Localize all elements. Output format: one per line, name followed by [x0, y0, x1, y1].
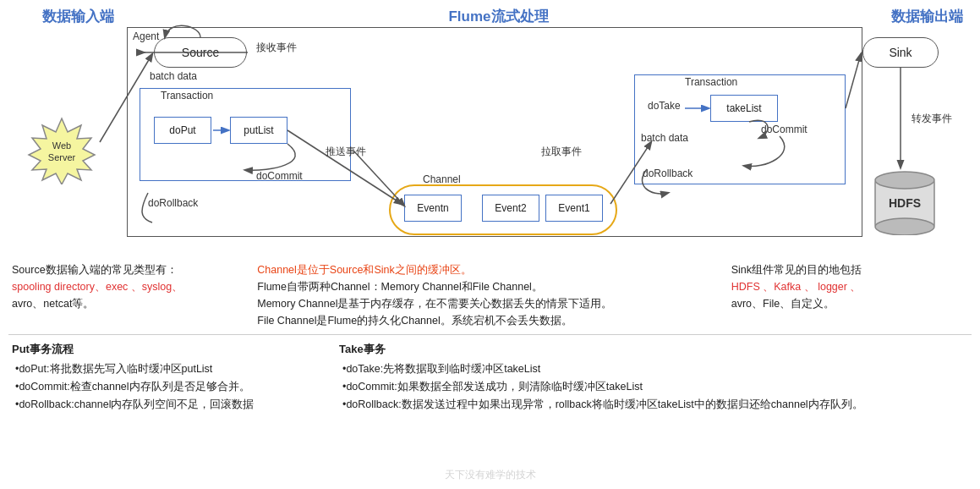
title-right: 数据输出端 — [891, 7, 963, 26]
dorollback-left: doRollback — [148, 197, 198, 209]
svg-point-4 — [875, 172, 934, 189]
hdfs-cylinder: HDFS — [871, 168, 939, 235]
event1-box: Event1 — [545, 195, 603, 222]
title-left: 数据输入端 — [42, 7, 114, 26]
doput-box: doPut — [154, 117, 211, 144]
col3-intro: Sink组件常见的目的地包括 — [731, 264, 862, 276]
title-center: Flume流式处理 — [448, 7, 548, 26]
agent-label: Agent — [133, 30, 159, 42]
col2-title: Channel是位于Source和Sink之间的缓冲区。 — [257, 264, 472, 276]
bottom-col-1: Source数据输入端的常见类型有： spooling directory、ex… — [12, 261, 249, 329]
col3-items: avro、File、自定义。 — [731, 298, 835, 310]
takelist-box: takeList — [710, 95, 778, 122]
svg-text:Web: Web — [52, 140, 71, 151]
svg-point-5 — [875, 218, 934, 235]
eventn-box: Eventn — [404, 195, 462, 222]
diagram-container: 数据输入端 Flume流式处理 数据输出端 Agent Source Trans… — [8, 7, 980, 256]
source-box: Source — [154, 37, 247, 68]
event2-box: Event2 — [482, 195, 539, 222]
docommit-left: doCommit — [256, 170, 303, 182]
svg-text:转发事件: 转发事件 — [912, 113, 952, 124]
docommit-right: doCommit — [761, 124, 808, 135]
lower-col1-bullet3: •doRollback:channel内存队列空间不足，回滚数据 — [12, 396, 322, 414]
svg-marker-0 — [29, 118, 95, 184]
col3-items-red: HDFS 、Kafka 、 logger 、 — [731, 281, 862, 293]
bottom-section: Source数据输入端的常见类型有： spooling directory、ex… — [8, 256, 972, 329]
lower-col2-title: Take事务 — [339, 340, 960, 358]
lower-col-2: Take事务 •doTake:先将数据取到临时缓冲区takeList •doCo… — [331, 340, 968, 413]
col1-intro: Source数据输入端的常见类型有： — [12, 264, 178, 276]
lower-col1-title: Put事务流程 — [12, 340, 322, 358]
bottom-col-3: Sink组件常见的目的地包括 HDFS 、Kafka 、 logger 、 av… — [723, 261, 968, 329]
batchdata-right: batch data — [641, 132, 688, 144]
col1-items: avro、netcat等。 — [12, 298, 94, 310]
col1-items-red: spooling directory、exec 、syslog、 — [12, 281, 183, 293]
dotake-label: doTake — [648, 100, 681, 112]
sink-box: Sink — [862, 37, 939, 68]
dorollback-right: doRollback — [643, 168, 693, 179]
page-wrapper: 数据输入端 Flume流式处理 数据输出端 Agent Source Trans… — [0, 0, 980, 489]
lower-section: Put事务流程 •doPut:将批数据先写入临时缓冲区putList •doCo… — [8, 340, 972, 413]
transaction-label-right: Transaction — [685, 76, 737, 88]
col2-line2: Memory Channel是基于内存缓存，在不需要关心数据丢失的情景下适用。 — [257, 298, 612, 310]
putlist-box: putList — [230, 117, 287, 144]
lower-col2-bullet1: •doTake:先将数据取到临时缓冲区takeList — [339, 360, 960, 378]
section-divider — [8, 334, 972, 335]
lower-col2-bullet2: •doCommit:如果数据全部发送成功，则清除临时缓冲区takeList — [339, 378, 960, 396]
bottom-col-2: Channel是位于Source和Sink之间的缓冲区。 Flume自带两种Ch… — [249, 261, 723, 329]
lower-col1-bullet2: •doCommit:检查channel内存队列是否足够合并。 — [12, 378, 322, 396]
transaction-label-left: Transaction — [161, 90, 213, 102]
svg-text:Server: Server — [48, 152, 76, 162]
watermark: 天下没有难学的技术 — [445, 468, 536, 482]
lower-col1-bullet1: •doPut:将批数据先写入临时缓冲区putList — [12, 360, 322, 378]
lower-col-1: Put事务流程 •doPut:将批数据先写入临时缓冲区putList •doCo… — [12, 340, 331, 413]
webserver-svg: Web Server — [24, 117, 100, 184]
col2-line3: File Channel是Flume的持久化Channel。系统宕机不会丢失数据… — [257, 315, 572, 327]
lower-col2-bullet3: •doRollback:数据发送过程中如果出现异常，rollback将临时缓冲区… — [339, 396, 960, 414]
channel-label: Channel — [423, 173, 461, 185]
svg-text:HDFS: HDFS — [889, 196, 921, 210]
col2-line1: Flume自带两种Channel：Memory Channel和File Cha… — [257, 281, 543, 293]
